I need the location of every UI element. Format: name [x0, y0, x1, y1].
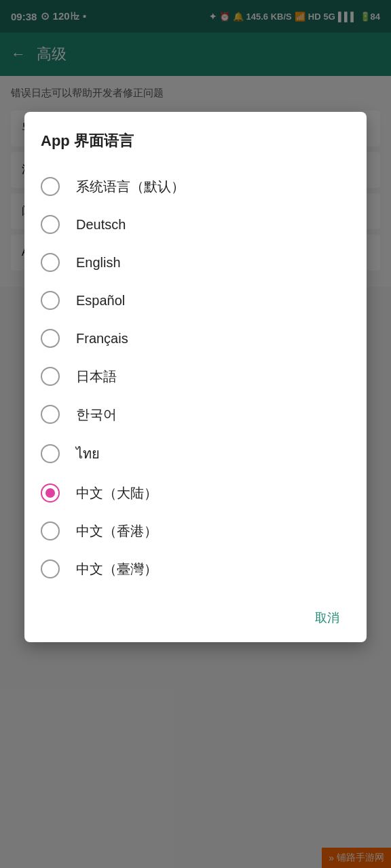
- radio-option-chinese-mainland[interactable]: 中文（大陆）: [41, 474, 350, 512]
- radio-circle-japanese: [41, 367, 60, 386]
- radio-option-chinese-tw[interactable]: 中文（臺灣）: [41, 550, 350, 588]
- radio-circle-thai: [41, 444, 60, 463]
- radio-label-chinese-hk: 中文（香港）: [76, 522, 157, 540]
- radio-circle-chinese-tw: [41, 559, 60, 578]
- radio-circle-espanol: [41, 291, 60, 310]
- radio-circle-francais: [41, 329, 60, 348]
- language-dialog: App 界面语言 系统语言（默认）DeutschEnglishEspañolFr…: [24, 112, 367, 642]
- radio-option-japanese[interactable]: 日本語: [41, 357, 350, 395]
- radio-label-chinese-tw: 中文（臺灣）: [76, 560, 157, 578]
- radio-label-thai: ไทย: [76, 443, 100, 465]
- radio-option-english[interactable]: English: [41, 243, 350, 281]
- radio-label-english: English: [76, 255, 121, 271]
- radio-option-deutsch[interactable]: Deutsch: [41, 205, 350, 243]
- radio-circle-system: [41, 177, 60, 196]
- radio-circle-korean: [41, 405, 60, 424]
- language-options: 系统语言（默认）DeutschEnglishEspañolFrançais日本語…: [41, 167, 350, 588]
- radio-label-francais: Français: [76, 331, 128, 347]
- radio-circle-english: [41, 253, 60, 272]
- radio-label-espanol: Español: [76, 293, 125, 309]
- radio-label-korean: 한국어: [76, 406, 117, 424]
- radio-label-chinese-mainland: 中文（大陆）: [76, 484, 157, 502]
- radio-label-system: 系统语言（默认）: [76, 178, 185, 196]
- radio-option-system[interactable]: 系统语言（默认）: [41, 167, 350, 205]
- cancel-button[interactable]: 取消: [304, 604, 350, 631]
- radio-option-thai[interactable]: ไทย: [41, 433, 350, 474]
- radio-circle-chinese-mainland: [41, 484, 60, 502]
- radio-circle-deutsch: [41, 215, 60, 234]
- radio-option-korean[interactable]: 한국어: [41, 395, 350, 433]
- radio-option-francais[interactable]: Français: [41, 319, 350, 357]
- radio-circle-chinese-hk: [41, 521, 60, 540]
- radio-label-deutsch: Deutsch: [76, 217, 126, 233]
- radio-option-espanol[interactable]: Español: [41, 281, 350, 319]
- dialog-footer: 取消: [41, 593, 350, 631]
- dialog-title: App 界面语言: [41, 131, 350, 151]
- radio-option-chinese-hk[interactable]: 中文（香港）: [41, 512, 350, 550]
- radio-label-japanese: 日本語: [76, 368, 117, 386]
